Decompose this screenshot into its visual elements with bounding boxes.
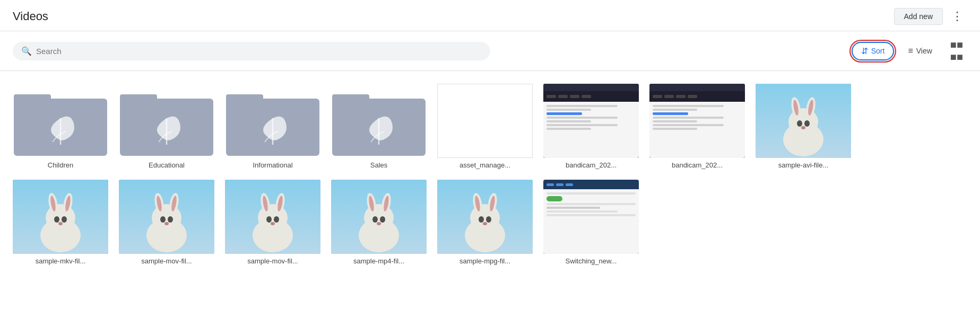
search-icon: 🔍: [21, 46, 32, 56]
video-thumbnail: [119, 180, 214, 254]
svg-rect-7: [332, 94, 369, 105]
search-bar[interactable]: 🔍: [13, 42, 490, 60]
video-item[interactable]: Switching_new...: [543, 180, 639, 265]
video-item[interactable]: sample-mp4-fil...: [331, 180, 427, 265]
add-new-button[interactable]: Add new: [894, 8, 943, 25]
folder-label: Children: [48, 161, 73, 169]
svg-point-36: [168, 216, 173, 223]
svg-point-56: [380, 216, 385, 223]
view-button[interactable]: ≡ View: [903, 43, 937, 59]
video-thumbnail: [437, 84, 533, 158]
page-title: Videos: [13, 10, 48, 23]
svg-point-16: [804, 120, 810, 127]
video-label: sample-mkv-fil...: [36, 257, 86, 265]
video-label: asset_manage...: [459, 161, 510, 169]
folder-item[interactable]: Informational: [225, 84, 320, 169]
video-thumbnail: [756, 84, 851, 158]
video-label: bandicam_202...: [566, 161, 617, 169]
video-thumbnail: [543, 180, 639, 254]
toolbar: 🔍 ⇵ Sort ≡ View ■■■■: [0, 31, 980, 71]
svg-point-37: [164, 222, 169, 225]
svg-rect-5: [226, 94, 263, 105]
more-options-button[interactable]: ⋮: [947, 7, 967, 25]
svg-point-66: [486, 216, 491, 223]
video-item[interactable]: bandicam_202...: [649, 84, 745, 169]
svg-rect-1: [14, 94, 51, 105]
svg-point-67: [483, 222, 487, 225]
toolbar-right: ⇵ Sort ≡ View ■■■■: [852, 36, 967, 66]
svg-point-47: [271, 222, 275, 225]
content-area: Children Educational Informational: [0, 71, 980, 273]
folder-label: Sales: [370, 161, 388, 169]
sort-button[interactable]: ⇵ Sort: [852, 42, 895, 60]
video-label: Switching_new...: [566, 257, 617, 265]
header-actions: Add new ⋮: [894, 7, 967, 25]
video-item[interactable]: sample-mpg-fil...: [437, 180, 533, 265]
video-thumbnail: [331, 180, 427, 254]
video-thumbnail: [437, 180, 533, 254]
search-input[interactable]: [36, 47, 482, 56]
folder-icon: [225, 84, 320, 158]
folder-item[interactable]: Educational: [119, 84, 214, 169]
svg-point-27: [58, 222, 63, 225]
svg-point-46: [274, 216, 279, 223]
folder-icon: [331, 84, 427, 158]
folder-icon: [13, 84, 108, 158]
svg-point-26: [62, 216, 67, 223]
video-label: sample-mpg-fil...: [459, 257, 510, 265]
sort-arrows-icon: ⇵: [861, 46, 868, 56]
video-item[interactable]: sample-avi-file...: [756, 84, 851, 169]
video-item[interactable]: asset_manage...: [437, 84, 533, 169]
video-label: sample-mp4-fil...: [353, 257, 404, 265]
video-thumbnail: [649, 84, 745, 158]
video-label: sample-avi-file...: [778, 161, 829, 169]
video-item[interactable]: sample-mov-fil...: [119, 180, 214, 265]
folder-item[interactable]: Children: [13, 84, 108, 169]
svg-point-35: [160, 216, 166, 223]
header: Videos Add new ⋮: [0, 0, 980, 31]
svg-point-45: [266, 216, 272, 223]
svg-point-25: [54, 216, 59, 223]
svg-point-15: [797, 120, 802, 127]
view-label: View: [916, 47, 932, 55]
video-label: sample-mov-fil...: [141, 257, 192, 265]
video-label: bandicam_202...: [672, 161, 723, 169]
video-thumbnail: [13, 180, 108, 254]
folder-icon: [119, 84, 214, 158]
items-grid-row2: sample-mkv-fil...: [13, 180, 967, 265]
video-label: sample-mov-fil...: [247, 257, 298, 265]
folder-label: Informational: [253, 161, 292, 169]
grid-icon: ■■■■: [950, 39, 963, 63]
video-item[interactable]: bandicam_202...: [543, 84, 639, 169]
sort-label: Sort: [871, 47, 885, 55]
grid-view-button[interactable]: ■■■■: [946, 36, 967, 66]
video-item[interactable]: sample-mov-fil...: [225, 180, 320, 265]
video-thumbnail: [543, 84, 639, 158]
svg-point-65: [479, 216, 484, 223]
video-thumbnail: [225, 180, 320, 254]
view-icon: ≡: [908, 46, 913, 56]
svg-point-57: [377, 222, 381, 225]
folder-item[interactable]: Sales: [331, 84, 427, 169]
svg-point-17: [801, 126, 805, 129]
items-grid-row1: Children Educational Informational: [13, 84, 967, 169]
svg-point-55: [372, 216, 378, 223]
folder-label: Educational: [149, 161, 185, 169]
svg-rect-3: [120, 94, 157, 105]
video-item[interactable]: sample-mkv-fil...: [13, 180, 108, 265]
